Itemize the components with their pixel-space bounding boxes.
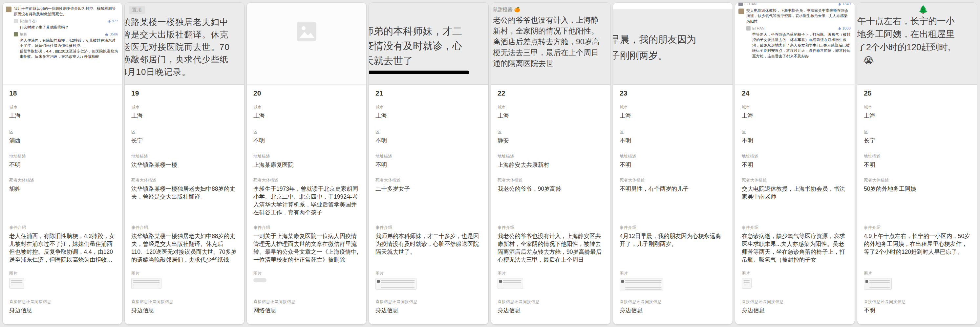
commenter-name: ETHAN — [745, 3, 757, 7]
gallery-card[interactable]: 置顶镇路某楼一楼独居老夫妇中曾是交大出版社翻译。休克送医无对接医院而去世。70晚… — [125, 3, 244, 324]
card-body: 24 城市 上海 区 不明 地址描述 不明 死者大体描述 交大电院退休教授，上海… — [735, 85, 854, 324]
card-cover-image: ETHAN1340交大电院退休教授，上海书协会员，书法家吴中南老师在急诊病逝，缺… — [735, 3, 854, 85]
card-grid: 我几十年前就认识的一位胡姓朋友也是因为封控、核酸检测等原因没有得到及时救治而死亡… — [0, 0, 980, 327]
field-value-district: 不明 — [742, 137, 848, 144]
like-count-value: 1008 — [842, 26, 851, 31]
field-value-direct: 网络信息 — [253, 306, 360, 314]
gallery-card[interactable]: 🌲午十点左右，长宁的一小地务工阿姨，在出租屋里了2个小时的120赶到时,😭 25… — [857, 3, 977, 324]
cover-text-line: 曾是交大出版社翻译。休克 — [125, 28, 244, 41]
thumbnail-text-lines — [869, 280, 890, 288]
field-label-deceased: 死者大体描述 — [498, 178, 604, 183]
attachment-thumbnail[interactable] — [864, 278, 892, 290]
image-placeholder-icon — [296, 21, 317, 42]
thumbnail-text-lines — [381, 280, 415, 288]
cover-text-line: 老公的爷爷也没有计入，上海静 — [493, 15, 611, 26]
field-label-city: 城市 — [620, 104, 726, 110]
thumbnail-text-lines — [11, 280, 22, 287]
thumbnail-text-lines — [503, 280, 521, 287]
gallery-card[interactable]: 师弟的本科师妹，才二疫情没有及时就诊，心天就去世了 21 城市 上海 区 不明 … — [369, 3, 488, 324]
field-label-deceased: 死者大体描述 — [253, 178, 360, 183]
field-label-event: 事件介绍 — [620, 225, 726, 230]
field-label-deceased: 死者大体描述 — [864, 178, 970, 183]
cover-text-line: 4月10日晚记录。 — [125, 65, 244, 78]
field-label-district: 区 — [9, 129, 116, 135]
field-label-address: 地址描述 — [742, 154, 848, 159]
cover-text-line: 早晨，我的朋友因为 — [613, 32, 733, 48]
field-label-deceased: 死者大体描述 — [375, 178, 482, 183]
gallery-card[interactable]: 鼠甜橙酱 🍊老公的爷爷也没有计入，上海静新村，全家阴的情况下他阳性。离酒店后差点… — [491, 3, 611, 324]
field-value-district: 静安 — [498, 137, 604, 144]
card-cover-image: 置顶镇路某楼一楼独居老夫妇中曾是交大出版社翻译。休克送医无对接医院而去世。70晚… — [125, 3, 244, 85]
card-body: 25 城市 上海 区 长宁 地址描述 不明 死者大体描述 50岁的外地务工阿姨 … — [857, 85, 977, 324]
field-value-deceased: 胡姓 — [9, 185, 116, 193]
reply-header: ETHAN1008 — [746, 26, 851, 31]
field-label-deceased: 死者大体描述 — [131, 178, 238, 183]
thread-reply: 柿油(作者)977什么时候？生了其他疾病吗？ — [14, 18, 118, 30]
card-cover-image: 🌲午十点左右，长宁的一小地务工阿姨，在出租屋里了2个小时的120赶到时,😭 — [857, 3, 977, 85]
attachment-thumbnail[interactable] — [9, 278, 24, 289]
field-value-address: 法华镇路某楼一楼 — [131, 161, 238, 169]
field-value-direct: 不明 — [864, 306, 970, 314]
gallery-card[interactable]: 早晨，我的朋友因为子刚刚两岁。 23 城市 上海 区 不明 地址描述 不明 死者… — [613, 3, 733, 324]
card-number: 20 — [253, 89, 360, 104]
field-label-address: 地址描述 — [9, 154, 116, 159]
attachment-thumbnail[interactable] — [253, 278, 267, 282]
attachment-thumbnail[interactable] — [620, 278, 663, 291]
cover-text-line: 子刚刚两岁。 — [613, 48, 733, 64]
card-cover-image: 我几十年前就认识的一位胡姓朋友也是因为封控、核酸检测等原因没有得到及时救治而死亡… — [3, 3, 122, 85]
field-label-deceased: 死者大体描述 — [620, 178, 726, 183]
reply-text: 老人住浦西，有陈旧性脑梗，4.2摔跤，女儿被封在浦东过不了江，妹妹们虽住浦西但也… — [20, 38, 118, 59]
field-value-event: 法华镇路某楼一楼独居老夫妇中88岁的丈夫，曾经是交大出版社翻译。休克后110、1… — [131, 232, 238, 264]
field-value-event: 4月12日早晨，我的朋友因为心梗永远离开了，儿子刚刚两岁。 — [620, 232, 726, 248]
commenter-avatar — [746, 26, 751, 30]
field-value-event: 老人住浦西，有陈旧性脑梗，4.2摔跤，女儿被封在浦东过不了江，妹妹们虽住浦西但也… — [9, 232, 116, 264]
gallery-card[interactable]: 我几十年前就认识的一位胡姓朋友也是因为封控、核酸检测等原因没有得到及时救治而死亡… — [3, 3, 122, 324]
field-label-image: 图片 — [742, 271, 848, 276]
gallery-card[interactable]: ETHAN1340交大电院退休教授，上海书协会员，书法家吴中南老师在急诊病逝，缺… — [735, 3, 854, 324]
reply-header: 敏宴3506 — [14, 32, 118, 37]
field-label-address: 地址描述 — [375, 154, 482, 159]
field-value-deceased: 我老公的爷爷，90岁高龄 — [498, 185, 604, 193]
field-label-image: 图片 — [375, 271, 482, 276]
field-label-deceased: 死者大体描述 — [9, 178, 116, 183]
field-label-district: 区 — [742, 129, 848, 135]
field-label-direct: 直接信息还是间接信息 — [131, 299, 238, 304]
field-value-address: 不明 — [620, 161, 726, 169]
thumbnail-text-lines — [744, 280, 749, 287]
card-number: 19 — [131, 89, 238, 104]
commenter-name: 柿油(作者) — [20, 18, 37, 24]
thumbnail-avatar — [377, 280, 380, 283]
field-value-deceased: 法华镇路某楼一楼独居老夫妇中88岁的丈夫，曾经是交大出版社翻译。 — [131, 185, 238, 201]
commenter-avatar — [6, 6, 11, 12]
attachment-thumbnail[interactable] — [375, 278, 417, 290]
cover-text-line: 午十点左右，长宁的一小 — [857, 14, 977, 27]
field-label-direct: 直接信息还是间接信息 — [498, 299, 604, 304]
like-icon — [107, 19, 111, 23]
field-label-district: 区 — [253, 129, 360, 135]
field-label-city: 城市 — [864, 104, 970, 110]
cover-text-line: 新村，全家阴的情况下他阳性。 — [493, 26, 611, 37]
field-value-direct: 身边信息 — [620, 306, 726, 314]
cover-text-line: 地务工阿姨，在出租屋里 — [857, 27, 977, 41]
card-body: 23 城市 上海 区 不明 地址描述 不明 死者大体描述 不明男性，有个两岁的儿… — [613, 85, 733, 324]
field-label-direct: 直接信息还是间接信息 — [9, 299, 116, 304]
field-label-image: 图片 — [620, 271, 726, 276]
field-label-event: 事件介绍 — [498, 225, 604, 230]
reply-header: 柿油(作者)977 — [14, 18, 118, 24]
card-cover-image: 早晨，我的朋友因为子刚刚两岁。 — [613, 3, 733, 85]
field-value-city: 上海 — [9, 112, 116, 120]
like-count: 3506 — [105, 32, 118, 37]
card-number: 21 — [375, 89, 482, 104]
gallery-card[interactable]: 20 城市 上海 区 不明 地址描述 上海某康复医院 死者大体描述 李昶生于19… — [247, 3, 366, 324]
field-label-address: 地址描述 — [253, 154, 360, 159]
field-label-district: 区 — [498, 129, 604, 135]
attachment-thumbnail[interactable] — [742, 278, 752, 289]
thread-clipped-header: ETHAN1340 — [738, 3, 851, 7]
attachment-thumbnail[interactable] — [498, 278, 523, 289]
attachment-thumbnail[interactable] — [131, 278, 161, 289]
field-label-district: 区 — [375, 129, 482, 135]
field-value-direct: 身边信息 — [9, 306, 116, 314]
field-value-city: 上海 — [253, 112, 360, 120]
comment-text: 我几十年前就认识的一位胡姓朋友也是因为封控、核酸检测等原因没有得到及时救治而死亡… — [14, 6, 118, 17]
field-label-event: 事件介绍 — [131, 225, 238, 230]
